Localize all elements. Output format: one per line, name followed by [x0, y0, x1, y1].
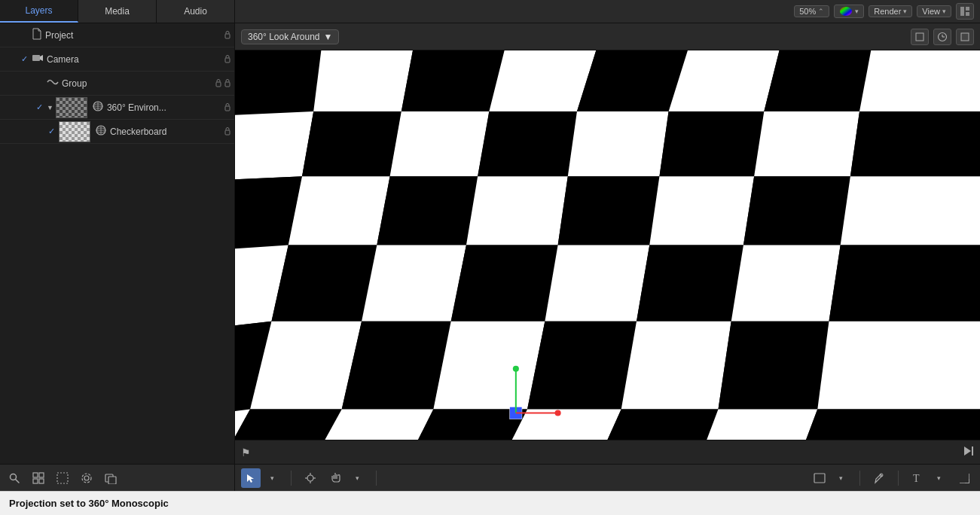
text-tool-btn[interactable]: T: [908, 468, 927, 488]
to-end-icon[interactable]: [963, 447, 974, 459]
zoom-control[interactable]: 50% ⌃: [794, 5, 829, 17]
layer-checkbox-checkerboard[interactable]: [45, 126, 57, 138]
layer-checkbox-group[interactable]: [33, 78, 45, 90]
shape-tool-btn[interactable]: [810, 468, 829, 488]
status-bar: Projection set to 360° Monoscopic: [0, 491, 980, 515]
shape-dropdown[interactable]: ▾: [831, 468, 850, 488]
expand-corner-btn[interactable]: [954, 468, 974, 488]
canvas-mini-btn-clock[interactable]: [933, 29, 951, 45]
canvas-area: 360° Look Around ▼: [235, 23, 980, 491]
layer-item-camera[interactable]: Camera: [0, 47, 234, 72]
svg-marker-70: [731, 245, 841, 321]
canvas-viewport[interactable]: [235, 50, 980, 440]
select-tool-group: ▾: [241, 468, 282, 488]
canvas-bottom-toolbar: ▾ ▾: [235, 464, 980, 491]
lock-icon-camera: [224, 54, 231, 65]
canvas-extra-icon: [960, 32, 969, 41]
color-wheel-icon: [839, 6, 853, 17]
checkerboard-icon: [95, 124, 107, 139]
tab-layers[interactable]: Layers: [0, 0, 78, 23]
separator-1: [291, 471, 292, 486]
svg-rect-22: [33, 473, 38, 477]
svg-marker-44: [577, 50, 688, 111]
layer-item-environment[interactable]: ▼ 360° Environ...: [0, 96, 234, 120]
select-tool-btn[interactable]: [241, 468, 261, 488]
select-dropdown-icon: ▾: [270, 474, 274, 482]
thumb-checkerboard: [59, 121, 90, 142]
hand-tool-btn[interactable]: [326, 468, 346, 488]
select-arrow-dropdown[interactable]: ▾: [262, 468, 282, 488]
pen-tool-btn[interactable]: [869, 468, 889, 488]
layer-label-checkerboard: Checkerboard: [110, 126, 221, 137]
svg-marker-52: [568, 111, 669, 176]
tab-media[interactable]: Media: [78, 0, 157, 23]
hand-dropdown[interactable]: ▾: [347, 468, 367, 488]
svg-rect-35: [961, 33, 969, 41]
main-content: Project Camera: [0, 23, 980, 491]
layout-icon: [960, 6, 970, 17]
svg-point-96: [307, 475, 313, 481]
svg-marker-47: [859, 50, 980, 111]
render-button[interactable]: Render ▾: [869, 5, 912, 17]
svg-point-27: [84, 476, 89, 480]
shape-tool-group: ▾: [810, 468, 850, 488]
canvas-mini-btn-2[interactable]: [956, 29, 974, 45]
transform-tool-btn[interactable]: [301, 468, 320, 488]
svg-marker-42: [401, 50, 505, 111]
search-icon: [8, 472, 20, 484]
project-icon: [32, 28, 42, 42]
layer-checkbox-environment[interactable]: [33, 102, 45, 114]
hand-dropdown-icon: ▾: [356, 474, 359, 482]
svg-rect-14: [225, 106, 230, 111]
view-button[interactable]: View ▾: [917, 5, 951, 17]
layer-label-project: Project: [45, 30, 221, 41]
view-dropdown[interactable]: 360° Look Around ▼: [241, 29, 339, 44]
layer-checkbox-project[interactable]: [18, 29, 30, 41]
layout-button[interactable]: [956, 3, 974, 20]
svg-marker-87: [806, 409, 980, 440]
svg-rect-19: [225, 130, 230, 135]
timeline-left: ⚑: [241, 446, 251, 459]
svg-rect-23: [39, 473, 44, 477]
group-extra-icon: [224, 78, 231, 89]
svg-marker-54: [754, 111, 859, 176]
svg-marker-57: [289, 176, 390, 245]
top-bar-right: 50% ⌃ ▾ Render ▾ View: [235, 0, 980, 23]
svg-marker-50: [390, 111, 490, 176]
layers-grid-button[interactable]: [30, 470, 47, 486]
hand-tool-group: ▾: [326, 468, 367, 488]
select-arrow-icon: [246, 473, 256, 483]
flag-icon[interactable]: ⚑: [241, 446, 251, 459]
svg-text:T: T: [913, 473, 920, 484]
text-icon: T: [912, 472, 923, 484]
svg-marker-66: [362, 245, 466, 321]
top-bar: Layers Media Audio 50% ⌃: [0, 0, 980, 23]
svg-marker-78: [718, 321, 829, 410]
svg-marker-76: [527, 321, 637, 410]
expand-arrow-environment[interactable]: ▼: [47, 104, 53, 111]
settings-button[interactable]: [78, 470, 95, 486]
canvas-mini-btn-1[interactable]: [911, 29, 929, 45]
view-rect-icon: [915, 32, 924, 41]
svg-point-0: [840, 7, 852, 16]
layer-item-group[interactable]: Group: [0, 72, 234, 96]
svg-point-90: [513, 366, 519, 372]
text-dropdown[interactable]: ▾: [929, 468, 948, 488]
svg-rect-2: [966, 7, 969, 11]
search-button[interactable]: [6, 470, 23, 486]
color-control[interactable]: ▾: [834, 5, 864, 18]
export-button[interactable]: [102, 470, 119, 486]
svg-marker-71: [829, 245, 980, 321]
svg-point-28: [82, 474, 91, 483]
canvas-header-right: [911, 29, 974, 45]
timeline-bar: ⚑: [235, 440, 980, 464]
layer-item-project[interactable]: Project: [0, 23, 234, 47]
layer-item-checkerboard[interactable]: Checkerboard: [0, 120, 234, 144]
tab-audio[interactable]: Audio: [157, 0, 235, 23]
shape-dropdown-icon: ▾: [839, 474, 843, 482]
timeline-right: [963, 445, 974, 459]
select-all-button[interactable]: [54, 470, 71, 486]
pen-icon: [874, 472, 884, 484]
layer-checkbox-camera[interactable]: [18, 53, 30, 66]
hand-icon: [331, 472, 341, 484]
